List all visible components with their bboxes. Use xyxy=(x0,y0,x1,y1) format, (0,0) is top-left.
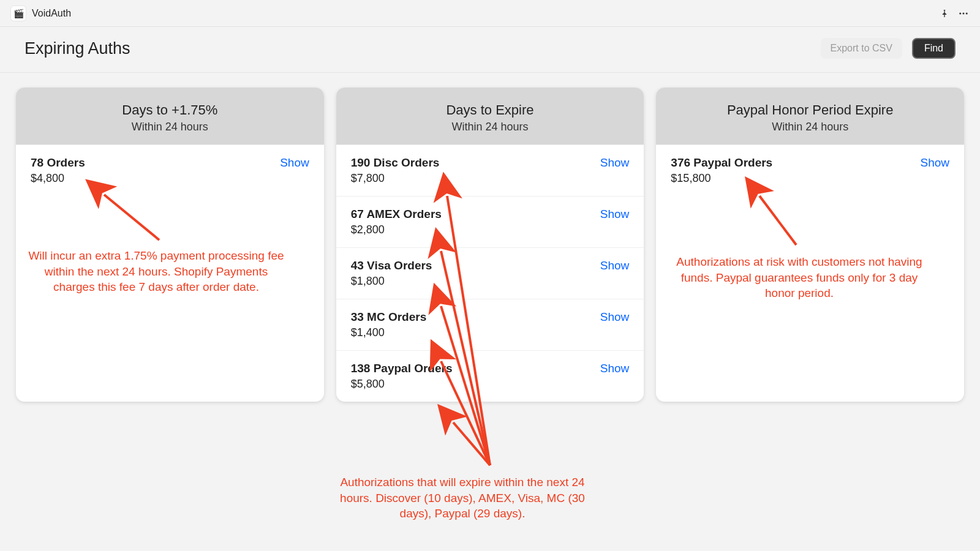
card-row: 67 AMEX Orders $2,800 Show xyxy=(336,196,644,247)
card-title: Days to +1.75% xyxy=(22,102,318,118)
card-row: 190 Disc Orders $7,800 Show xyxy=(336,144,644,196)
svg-point-1 xyxy=(959,12,961,14)
card-row: 78 Orders $4,800 Show xyxy=(16,144,324,196)
card-row: 43 Visa Orders $1,800 Show xyxy=(336,247,644,299)
pin-icon[interactable] xyxy=(940,9,949,18)
row-text: 43 Visa Orders $1,800 xyxy=(351,259,432,288)
row-amount: $1,400 xyxy=(351,326,427,339)
show-link[interactable]: Show xyxy=(600,362,630,375)
row-text: 78 Orders $4,800 xyxy=(31,156,85,185)
card-title: Paypal Honor Period Expire xyxy=(662,102,958,118)
card-days-to-expire: Days to Expire Within 24 hours 190 Disc … xyxy=(336,88,644,402)
export-csv-button[interactable]: Export to CSV xyxy=(821,38,902,59)
annotation-fee: Will incur an extra 1.75% payment proces… xyxy=(28,248,285,295)
find-button[interactable]: Find xyxy=(912,38,956,59)
svg-point-3 xyxy=(966,12,968,14)
row-label: 78 Orders xyxy=(31,156,85,170)
annotation-expire: Authorizations that will expire within t… xyxy=(334,474,591,522)
more-icon[interactable] xyxy=(958,8,969,19)
show-link[interactable]: Show xyxy=(600,208,630,221)
card-header: Paypal Honor Period Expire Within 24 hou… xyxy=(656,88,964,144)
svg-point-2 xyxy=(963,12,965,14)
app-bar-right xyxy=(940,8,969,19)
card-subtitle: Within 24 hours xyxy=(22,121,318,133)
page-title: Expiring Auths xyxy=(24,39,130,58)
card-header: Days to Expire Within 24 hours xyxy=(336,88,644,144)
row-amount: $4,800 xyxy=(31,172,85,185)
row-amount: $15,800 xyxy=(671,172,772,185)
svg-line-9 xyxy=(453,422,490,465)
app-name: VoidAuth xyxy=(32,8,71,19)
card-header: Days to +1.75% Within 24 hours xyxy=(16,88,324,144)
row-label: 43 Visa Orders xyxy=(351,259,432,272)
row-text: 67 AMEX Orders $2,800 xyxy=(351,208,442,236)
app-bar: 🎬 VoidAuth xyxy=(0,0,980,27)
page-actions: Export to CSV Find xyxy=(821,38,956,59)
app-icon: 🎬 xyxy=(11,6,26,21)
row-label: 376 Paypal Orders xyxy=(671,156,772,170)
card-title: Days to Expire xyxy=(342,102,638,118)
row-label: 33 MC Orders xyxy=(351,310,427,324)
row-amount: $7,800 xyxy=(351,172,440,185)
row-text: 190 Disc Orders $7,800 xyxy=(351,156,440,185)
row-text: 138 Paypal Orders $5,800 xyxy=(351,362,453,391)
row-text: 376 Paypal Orders $15,800 xyxy=(671,156,772,185)
show-link[interactable]: Show xyxy=(600,156,630,170)
show-link[interactable]: Show xyxy=(600,310,630,324)
card-row: 138 Paypal Orders $5,800 Show xyxy=(336,350,644,402)
card-subtitle: Within 24 hours xyxy=(342,121,638,133)
row-amount: $5,800 xyxy=(351,378,453,391)
show-link[interactable]: Show xyxy=(280,156,309,170)
row-amount: $2,800 xyxy=(351,223,442,236)
row-text: 33 MC Orders $1,400 xyxy=(351,310,427,339)
card-days-to-fee: Days to +1.75% Within 24 hours 78 Orders… xyxy=(16,88,324,402)
card-row: 376 Paypal Orders $15,800 Show xyxy=(656,144,964,196)
row-label: 67 AMEX Orders xyxy=(351,208,442,221)
row-label: 138 Paypal Orders xyxy=(351,362,453,375)
cards-row: Days to +1.75% Within 24 hours 78 Orders… xyxy=(0,73,980,416)
show-link[interactable]: Show xyxy=(920,156,949,170)
row-amount: $1,800 xyxy=(351,275,432,288)
row-label: 190 Disc Orders xyxy=(351,156,440,170)
card-paypal-honor: Paypal Honor Period Expire Within 24 hou… xyxy=(656,88,964,402)
page-header: Expiring Auths Export to CSV Find xyxy=(0,27,980,73)
app-bar-left: 🎬 VoidAuth xyxy=(11,6,71,21)
card-row: 33 MC Orders $1,400 Show xyxy=(336,299,644,350)
annotation-paypal: Authorizations at risk with customers no… xyxy=(671,254,928,301)
show-link[interactable]: Show xyxy=(600,259,630,272)
svg-rect-0 xyxy=(944,15,944,17)
card-subtitle: Within 24 hours xyxy=(662,121,958,133)
